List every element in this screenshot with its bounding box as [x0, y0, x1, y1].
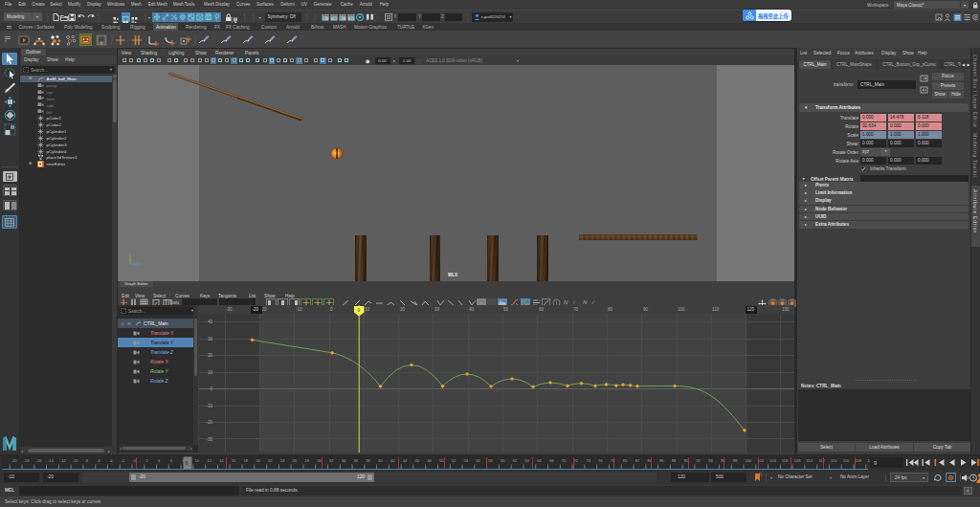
svg-text:14: 14 — [219, 458, 224, 463]
svg-text:58: 58 — [488, 458, 493, 463]
svg-text:118: 118 — [856, 458, 862, 463]
svg-text:26: 26 — [293, 458, 298, 463]
svg-text:54: 54 — [464, 458, 469, 463]
svg-text:88: 88 — [672, 458, 677, 463]
svg-text:98: 98 — [733, 458, 738, 463]
svg-text:100: 100 — [746, 458, 753, 463]
svg-text:104: 104 — [769, 458, 777, 463]
svg-text:68: 68 — [549, 458, 554, 463]
svg-text:80: 80 — [623, 458, 628, 463]
svg-text:78: 78 — [611, 458, 615, 463]
svg-text:40: 40 — [378, 458, 383, 463]
svg-text:66: 66 — [537, 458, 542, 463]
svg-text:94: 94 — [708, 458, 713, 463]
svg-text:22: 22 — [268, 458, 273, 463]
svg-text:38: 38 — [366, 458, 370, 463]
svg-text:16: 16 — [232, 458, 236, 463]
svg-text:-10: -10 — [73, 458, 79, 463]
svg-text:32: 32 — [329, 458, 334, 463]
svg-text:56: 56 — [476, 458, 480, 463]
svg-text:-20: -20 — [11, 458, 18, 463]
svg-text:44: 44 — [403, 458, 408, 463]
svg-text:48: 48 — [427, 458, 432, 463]
svg-text:9: 9 — [357, 308, 360, 313]
svg-text:110: 110 — [806, 458, 813, 463]
svg-text:116: 116 — [843, 458, 850, 463]
svg-text:30: 30 — [317, 458, 322, 463]
svg-text:36: 36 — [354, 458, 359, 463]
svg-text:20: 20 — [256, 458, 260, 463]
svg-text:-12: -12 — [60, 458, 67, 463]
svg-text:114: 114 — [831, 458, 837, 463]
svg-text:18: 18 — [244, 458, 249, 463]
svg-text:9: 9 — [874, 460, 877, 466]
svg-text:42: 42 — [390, 458, 395, 463]
svg-text:96: 96 — [721, 458, 725, 463]
svg-text:24: 24 — [280, 458, 285, 463]
svg-text:92: 92 — [696, 458, 701, 463]
svg-text:34: 34 — [342, 458, 346, 463]
svg-text:60: 60 — [501, 458, 505, 463]
svg-text:50: 50 — [439, 458, 444, 463]
svg-text:-16: -16 — [35, 458, 42, 463]
svg-text:70: 70 — [562, 458, 567, 463]
svg-text:9: 9 — [186, 460, 189, 466]
svg-text:12: 12 — [207, 458, 212, 463]
svg-text:62: 62 — [513, 458, 518, 463]
svg-text:-18: -18 — [24, 458, 31, 463]
svg-text:64: 64 — [525, 458, 530, 463]
svg-text:52: 52 — [452, 458, 457, 463]
svg-text:74: 74 — [586, 458, 590, 463]
svg-text:-14: -14 — [48, 458, 55, 463]
svg-text:10: 10 — [194, 458, 199, 463]
svg-text:28: 28 — [304, 458, 309, 463]
svg-text:112: 112 — [818, 458, 825, 463]
svg-text:108: 108 — [794, 458, 802, 463]
svg-text:72: 72 — [574, 458, 579, 463]
svg-text:46: 46 — [414, 458, 419, 463]
svg-text:82: 82 — [635, 458, 640, 463]
svg-text:76: 76 — [598, 458, 603, 463]
svg-text:106: 106 — [782, 458, 790, 463]
svg-text:86: 86 — [659, 458, 664, 463]
